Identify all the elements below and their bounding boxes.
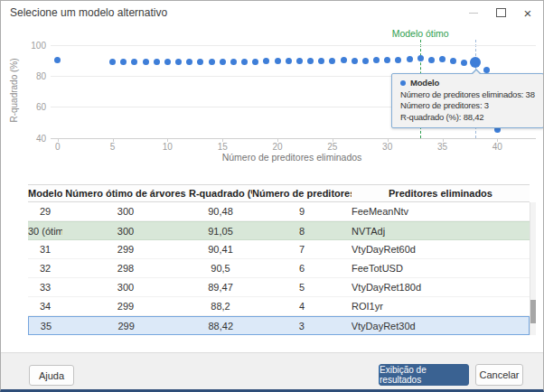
data-point[interactable]	[252, 59, 258, 65]
data-point[interactable]	[450, 58, 456, 64]
selected-data-point[interactable]	[470, 57, 481, 68]
table-cell: 90,48	[189, 206, 252, 217]
minimize-icon	[469, 13, 478, 14]
table-cell: 33	[28, 282, 62, 293]
table-body: 2930090,489FeeMeanNtv30 (ótimo)30091,058…	[28, 202, 536, 335]
data-point[interactable]	[352, 58, 358, 64]
data-point[interactable]	[417, 55, 424, 61]
column-header: R-quadrado (%)	[189, 188, 252, 199]
table-cell: 35	[29, 321, 63, 331]
x-tick-label: 40	[492, 142, 502, 152]
data-point[interactable]	[307, 58, 314, 64]
table-cell: 9	[252, 206, 352, 217]
data-point[interactable]	[461, 60, 467, 66]
x-axis-title: Número de preditores eliminados	[222, 152, 362, 163]
scrollbar-thumb[interactable]	[530, 300, 536, 323]
column-header: Modelo	[28, 188, 62, 199]
data-point[interactable]	[220, 59, 226, 65]
tooltip-line-predictors: Número de preditores: 3	[400, 100, 535, 112]
series-dot-icon	[400, 80, 406, 86]
table-row[interactable]: 3529988,423VtyDayRet30d	[28, 316, 530, 335]
table-row[interactable]: 3330089,475VtyDayRet180d	[28, 278, 530, 297]
cancel-button[interactable]: Cancelar	[475, 364, 523, 386]
table-header-row: ModeloNúmero ótimo de árvoresR-quadrado …	[28, 184, 530, 202]
data-point[interactable]	[230, 59, 237, 65]
table-cell: 3	[252, 321, 352, 331]
data-point[interactable]	[395, 57, 401, 63]
data-point[interactable]	[131, 59, 137, 65]
tooltip-series-label: Modelo	[410, 78, 439, 88]
close-button[interactable]: ×	[514, 1, 541, 24]
table-cell: 31	[28, 244, 62, 255]
table-row[interactable]: 30 (ótimo)30091,058NVTAdj	[28, 221, 530, 240]
table-cell: 90,41	[189, 244, 252, 255]
x-tick-label: 10	[163, 142, 173, 152]
tooltip-caret-icon	[471, 69, 482, 74]
maximize-button[interactable]	[487, 1, 514, 24]
data-point[interactable]	[286, 58, 292, 64]
data-point[interactable]	[175, 59, 182, 65]
data-point[interactable]	[428, 57, 435, 63]
y-tick-label: 40	[24, 134, 46, 144]
table-row[interactable]: 3129990,417VtyDayRet60d	[28, 240, 530, 259]
tooltip-line-rsquared: R-quadrado (%): 88,42	[400, 112, 535, 124]
data-point[interactable]	[362, 58, 369, 64]
data-point[interactable]	[407, 56, 413, 62]
data-point[interactable]	[164, 59, 171, 65]
data-point[interactable]	[384, 57, 390, 63]
x-tick-label: 35	[437, 142, 447, 152]
data-point[interactable]	[275, 58, 281, 64]
column-header: Preditores eliminados	[352, 188, 530, 199]
table-cell: 30 (ótimo)	[28, 226, 62, 237]
table-cell: 7	[252, 244, 352, 255]
table-cell: 4	[252, 301, 352, 312]
y-tick-label: 80	[24, 71, 46, 81]
table-cell: NVTAdj	[352, 226, 530, 237]
data-point[interactable]	[120, 59, 127, 65]
data-point[interactable]	[197, 59, 203, 65]
table-scrollbar[interactable]	[530, 202, 536, 335]
footer-bar: Ajuda Exibição de resultados Cancelar	[1, 352, 543, 391]
table-cell: 299	[63, 321, 190, 331]
data-point[interactable]	[241, 59, 248, 65]
data-point[interactable]	[109, 59, 116, 65]
minimize-button[interactable]	[460, 1, 487, 24]
table-cell: 29	[28, 206, 62, 217]
table-cell: 6	[252, 263, 352, 274]
data-point[interactable]	[329, 58, 335, 64]
x-tick-label: 0	[55, 142, 61, 152]
data-point[interactable]	[373, 57, 380, 63]
x-tick-label: 5	[110, 142, 116, 152]
x-tick-label: 30	[382, 142, 392, 152]
table-cell: 300	[62, 226, 189, 237]
data-point[interactable]	[439, 56, 446, 62]
title-bar: Selecione um modelo alternativo ×	[1, 1, 543, 24]
table-cell: 89,47	[189, 282, 252, 293]
table-cell: 299	[62, 244, 189, 255]
gridline	[51, 45, 536, 46]
table-row[interactable]: 3229890,56FeeTotUSD	[28, 259, 530, 278]
table-row[interactable]: 3429988,24ROI1yr	[28, 297, 530, 316]
data-point[interactable]	[54, 57, 61, 63]
data-point[interactable]	[318, 58, 324, 64]
table-cell: VtyDayRet30d	[352, 321, 529, 331]
gridline	[51, 138, 536, 139]
data-point[interactable]	[296, 58, 303, 64]
table-cell: 91,05	[189, 226, 252, 237]
help-button[interactable]: Ajuda	[29, 365, 74, 386]
table-cell: 5	[252, 282, 352, 293]
table-cell: 88,42	[189, 321, 252, 331]
data-point[interactable]	[186, 59, 192, 65]
optimal-model-label: Modelo ótimo	[392, 28, 449, 39]
data-point[interactable]	[341, 57, 347, 63]
y-axis-title: R-quadrado (%)	[9, 58, 19, 122]
table-row[interactable]: 2930090,489FeeMeanNtv	[28, 202, 530, 221]
show-results-button[interactable]: Exibição de resultados	[379, 364, 469, 386]
data-point[interactable]	[143, 59, 149, 65]
table-cell: FeeMeanNtv	[352, 206, 530, 217]
results-table: ModeloNúmero ótimo de árvoresR-quadrado …	[28, 184, 536, 335]
data-point[interactable]	[263, 58, 269, 64]
y-tick-label: 60	[24, 102, 46, 112]
data-point[interactable]	[154, 59, 160, 65]
data-point[interactable]	[209, 59, 215, 65]
